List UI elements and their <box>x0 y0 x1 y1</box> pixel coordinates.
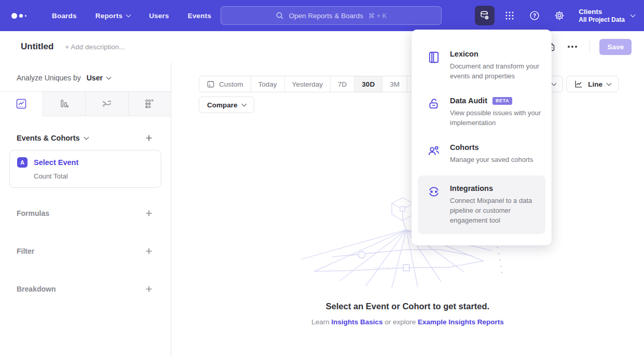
more-options-button[interactable] <box>565 43 580 51</box>
range-label: Yesterday <box>292 80 323 88</box>
events-cohorts-label: Events & Cohorts <box>17 134 80 142</box>
gear-icon <box>554 10 565 21</box>
menu-item-title: Integrations <box>450 184 493 193</box>
query-builder-sidebar: Analyze Uniques by User <box>0 62 171 357</box>
formulas-section: Formulas <box>0 194 171 232</box>
chevron-down-icon <box>552 81 557 86</box>
nav-boards[interactable]: Boards <box>52 12 77 20</box>
lock-icon <box>427 97 441 128</box>
range-custom[interactable]: Custom <box>199 76 251 92</box>
nav-label: Reports <box>95 12 122 20</box>
beta-badge: BETA <box>492 97 512 105</box>
sync-icon <box>427 184 441 225</box>
nav-label: Events <box>188 12 211 20</box>
insights-basics-link[interactable]: Insights Basics <box>331 318 382 326</box>
add-formula-button[interactable] <box>144 208 154 218</box>
search-icon <box>276 11 284 20</box>
report-canvas: Custom Today Yesterday 7D 30D 3M 6M Comp… <box>171 62 644 357</box>
add-filter-button[interactable] <box>144 246 154 256</box>
chevron-down-icon <box>84 135 89 140</box>
report-title[interactable]: Untitled <box>21 42 53 52</box>
divider <box>590 40 590 53</box>
menu-item-description: Connect Mixpanel to a data pipeline or c… <box>450 196 538 225</box>
mixpanel-logo[interactable] <box>11 13 32 19</box>
top-navbar: Boards Reports Users Events Open Reports… <box>0 0 644 31</box>
nav-events[interactable]: Events <box>188 12 211 20</box>
example-insights-reports-link[interactable]: Example Insights Reports <box>418 318 504 326</box>
select-event-button[interactable]: Select Event <box>34 158 78 167</box>
bar-chart-icon <box>58 98 70 109</box>
metrics-icon <box>144 98 155 109</box>
learn-prefix: Learn <box>311 318 330 326</box>
header-actions: Save <box>545 39 632 55</box>
line-chart-icon <box>574 79 583 89</box>
help-button[interactable]: ? <box>525 6 544 25</box>
range-label: Custom <box>219 80 243 88</box>
chart-type-selector[interactable]: Line <box>566 76 619 92</box>
menu-item-title: Cohorts <box>450 143 479 152</box>
menu-item-data-audit[interactable]: Data Audit BETA View possible issues wit… <box>412 89 552 135</box>
primary-nav: Boards Reports Users Events <box>52 12 211 20</box>
analyze-value: User <box>87 74 103 82</box>
database-gear-icon <box>479 10 490 21</box>
menu-item-description: Manage your saved cohorts <box>450 155 533 164</box>
apps-grid-button[interactable] <box>500 6 519 25</box>
project-name: All Project Data <box>579 16 625 24</box>
compare-button[interactable]: Compare <box>199 97 254 113</box>
data-management-button[interactable] <box>475 6 495 25</box>
analyze-label: Analyze Uniques by <box>17 74 81 82</box>
chart-type-label: Line <box>588 80 602 88</box>
menu-item-title: Lexicon <box>450 50 478 58</box>
event-card[interactable]: A Select Event Count Total <box>9 150 161 188</box>
count-total-selector[interactable]: Count Total <box>34 172 154 180</box>
tab-line-chart[interactable] <box>0 92 43 116</box>
range-yesterday[interactable]: Yesterday <box>284 76 331 92</box>
org-name: Clients <box>579 7 625 16</box>
menu-item-description: View possible issues with your implement… <box>450 108 541 128</box>
empty-state-links: Learn Insights Basics or explore Example… <box>171 318 644 326</box>
search-shortcut: ⌘ + K <box>368 12 387 20</box>
plus-icon <box>145 247 153 255</box>
book-icon <box>427 50 441 81</box>
project-selector[interactable]: Clients All Project Data <box>579 7 635 24</box>
date-range-segmented-control: Custom Today Yesterday 7D 30D 3M 6M <box>199 76 432 92</box>
chevron-down-icon <box>106 75 111 80</box>
logo-dot <box>19 14 23 18</box>
tab-bar-chart[interactable] <box>43 92 86 116</box>
menu-item-cohorts[interactable]: Cohorts Manage your saved cohorts <box>412 135 552 172</box>
analyze-row: Analyze Uniques by User <box>0 62 171 91</box>
range-30d[interactable]: 30D <box>354 76 382 92</box>
global-search-input[interactable]: Open Reports & Boards ⌘ + K <box>221 6 442 25</box>
range-label: 30D <box>362 80 375 88</box>
add-breakdown-button[interactable] <box>144 284 154 294</box>
nav-label: Boards <box>52 12 77 20</box>
range-3m[interactable]: 3M <box>382 76 407 92</box>
events-cohorts-toggle[interactable]: Events & Cohorts <box>17 134 88 142</box>
nav-reports[interactable]: Reports <box>95 12 130 20</box>
nav-users[interactable]: Users <box>149 12 169 20</box>
settings-button[interactable] <box>550 6 569 25</box>
formulas-label: Formulas <box>17 209 49 217</box>
save-button[interactable]: Save <box>599 39 632 55</box>
tab-flow-chart[interactable] <box>85 92 128 116</box>
range-label: 3M <box>390 80 400 88</box>
range-today[interactable]: Today <box>251 76 284 92</box>
chevron-down-icon <box>631 12 636 18</box>
breakdown-label: Breakdown <box>17 285 56 293</box>
range-label: 7D <box>338 80 347 88</box>
add-description-field[interactable]: + Add description... <box>65 43 125 51</box>
nav-label: Users <box>149 12 169 20</box>
menu-item-title: Data Audit <box>450 97 487 105</box>
menu-item-lexicon[interactable]: Lexicon Document and transform your even… <box>412 42 552 89</box>
empty-state-title: Select an Event or Cohort to get started… <box>171 301 644 311</box>
people-icon <box>427 143 441 164</box>
tab-metrics[interactable] <box>128 92 171 116</box>
menu-item-integrations[interactable]: Integrations Connect Mixpanel to a data … <box>418 175 545 234</box>
add-event-button[interactable] <box>144 133 154 143</box>
date-range-toolbar: Custom Today Yesterday 7D 30D 3M 6M <box>199 76 432 92</box>
range-7d[interactable]: 7D <box>330 76 354 92</box>
help-icon: ? <box>529 10 540 21</box>
analyze-by-selector[interactable]: User <box>87 74 111 82</box>
logo-dot <box>11 13 17 19</box>
menu-item-description: Document and transform your events and p… <box>450 61 541 81</box>
